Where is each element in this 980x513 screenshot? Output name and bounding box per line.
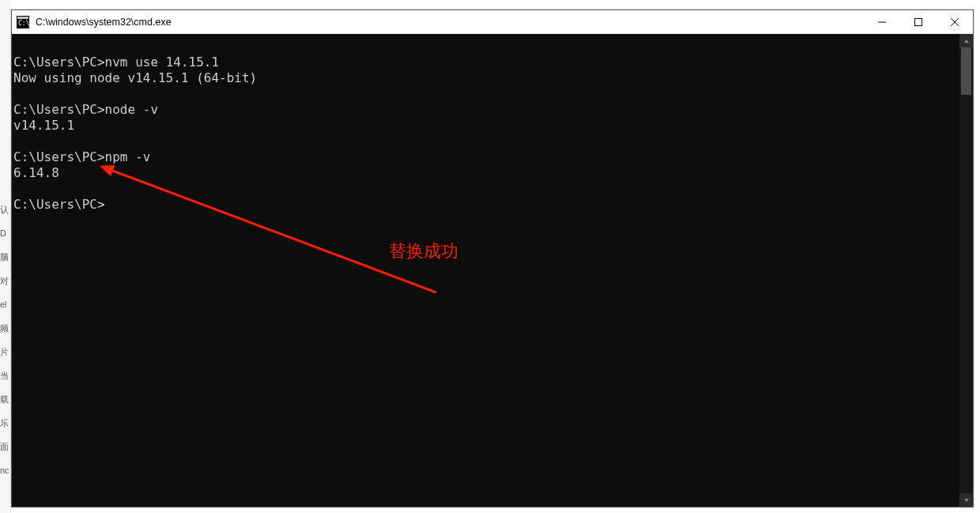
minimize-button[interactable] xyxy=(864,10,900,34)
scroll-up-button[interactable] xyxy=(959,34,973,47)
background-fragment: 当 xyxy=(0,364,11,387)
background-sidebar-strip: 认D脑对el频片当载乐面nc xyxy=(0,0,11,513)
cmd-icon: C:\ xyxy=(17,16,29,28)
terminal-command-line: C:\Users\PC>node -v xyxy=(13,102,958,118)
vertical-scrollbar[interactable] xyxy=(959,34,973,507)
title-bar[interactable]: C:\ C:\windows\system32\cmd.exe xyxy=(12,10,973,34)
terminal-blank-line xyxy=(13,39,958,55)
terminal-blank-line xyxy=(13,134,958,149)
background-fragment: 认 xyxy=(0,198,11,221)
svg-rect-3 xyxy=(915,18,922,25)
background-fragment: nc xyxy=(0,458,11,482)
background-fragment: 片 xyxy=(0,340,11,364)
svg-rect-1 xyxy=(17,17,28,19)
background-fragment: 载 xyxy=(0,387,11,411)
close-button[interactable] xyxy=(937,10,973,34)
terminal-output-line: v14.15.1 xyxy=(13,118,958,134)
terminal-blank-line xyxy=(13,181,958,197)
background-fragment: 面 xyxy=(0,435,11,458)
scrollbar-thumb[interactable] xyxy=(961,47,971,95)
terminal-output[interactable]: C:\Users\PC>nvm use 14.15.1Now using nod… xyxy=(12,34,959,507)
terminal-command-line: C:\Users\PC> xyxy=(13,197,958,213)
terminal-output-line: 6.14.8 xyxy=(13,165,958,181)
terminal-output-line: Now using node v14.15.1 (64-bit) xyxy=(13,70,958,86)
terminal-command-line: C:\Users\PC>nvm use 14.15.1 xyxy=(13,55,958,70)
background-fragment: el xyxy=(0,292,11,316)
background-fragment: 频 xyxy=(0,316,11,340)
window-title: C:\windows\system32\cmd.exe xyxy=(34,17,864,28)
terminal-blank-line xyxy=(13,86,958,102)
background-fragment: D xyxy=(0,221,11,245)
background-fragment: 对 xyxy=(0,269,11,292)
cmd-window: C:\ C:\windows\system32\cmd.exe C:\Users… xyxy=(11,9,974,507)
svg-text:C:\: C:\ xyxy=(18,20,29,27)
background-fragment: 脑 xyxy=(0,245,11,269)
background-fragment: 乐 xyxy=(0,411,11,435)
scroll-down-button[interactable] xyxy=(959,493,973,507)
maximize-button[interactable] xyxy=(900,10,937,34)
scrollbar-track[interactable] xyxy=(959,47,973,493)
terminal-command-line: C:\Users\PC>npm -v xyxy=(13,149,958,165)
